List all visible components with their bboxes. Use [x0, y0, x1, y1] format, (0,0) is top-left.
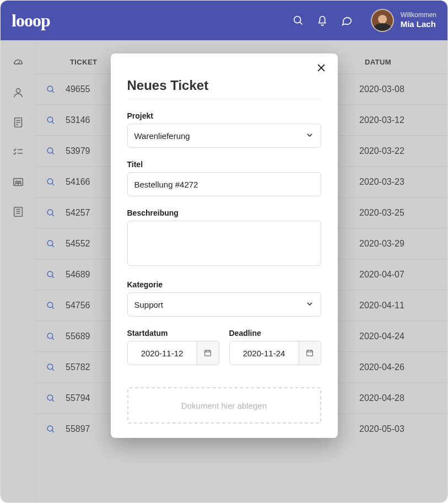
svg-point-0 [294, 17, 300, 23]
user-menu[interactable]: Willkommen Mia Lach [371, 9, 436, 32]
search-icon[interactable] [292, 14, 305, 27]
project-select[interactable]: Warenlieferung [127, 124, 321, 148]
description-label: Beschreibung [127, 208, 321, 217]
app-logo: looop [12, 10, 50, 31]
modal-title: Neues Ticket [127, 78, 321, 99]
chat-icon[interactable] [340, 14, 353, 27]
project-label: Projekt [127, 111, 321, 120]
deadline-label: Deadline [229, 329, 321, 338]
calendar-icon[interactable] [299, 341, 321, 365]
description-textarea[interactable] [127, 221, 321, 266]
startdate-input[interactable] [127, 341, 197, 365]
user-name: Mia Lach [401, 19, 436, 29]
new-ticket-modal: Neues Ticket Projekt Warenlieferung Tite… [111, 53, 338, 438]
user-welcome-label: Willkommen [401, 12, 436, 19]
title-label: Titel [127, 160, 321, 169]
svg-rect-47 [307, 350, 313, 356]
deadline-input[interactable] [229, 341, 299, 365]
svg-line-1 [300, 22, 302, 24]
calendar-icon[interactable] [197, 341, 219, 365]
category-select-value: Support [134, 300, 164, 309]
notification-bell-icon[interactable] [316, 14, 329, 27]
category-select[interactable]: Support [127, 292, 321, 317]
title-input[interactable] [127, 172, 321, 196]
chevron-down-icon [305, 131, 314, 141]
dropzone-label: Dokument hier ablegen [181, 401, 267, 410]
topbar: looop Willkommen Mia Lach [1, 1, 447, 40]
document-dropzone[interactable]: Dokument hier ablegen [127, 387, 321, 424]
category-label: Kategorie [127, 280, 321, 289]
svg-rect-43 [205, 350, 211, 356]
avatar [371, 9, 394, 32]
app-window: looop Willkommen Mia Lach [0, 0, 448, 503]
chevron-down-icon [305, 299, 314, 310]
startdate-label: Startdatum [127, 329, 219, 338]
project-select-value: Warenlieferung [134, 131, 190, 141]
close-icon[interactable] [315, 61, 328, 74]
